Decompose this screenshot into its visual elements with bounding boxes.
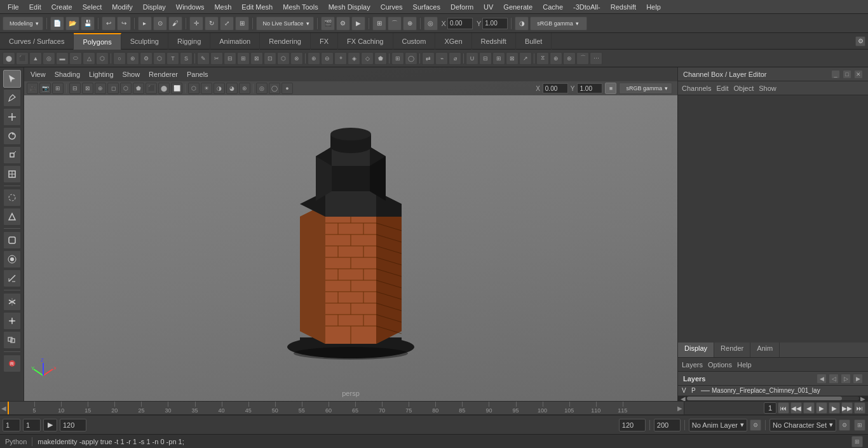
gamma-vp-dropdown[interactable]: sRGB gamma ▾ — [619, 83, 672, 94]
snap-together-icon[interactable]: ⊛ — [563, 52, 576, 65]
hide-icon[interactable]: ◯ — [269, 83, 280, 94]
timeline-row[interactable]: ◀ 51015202530354045505560657075808590951… — [0, 401, 868, 415]
vp-menu-show[interactable]: Show — [120, 71, 143, 78]
timeline-track[interactable]: 5101520253035404550556065707580859095100… — [8, 402, 676, 414]
frame-input-right[interactable]: 1 — [764, 402, 776, 414]
smooth-wire-icon[interactable]: ⬟ — [133, 83, 144, 94]
vp-menu-view[interactable]: View — [28, 71, 48, 78]
menu-help[interactable]: Help — [641, 2, 666, 12]
snap-point-btn[interactable]: ⊕ — [403, 17, 417, 31]
pb-next-key-btn[interactable]: ▶▶ — [841, 402, 853, 414]
prism-icon[interactable]: ⬡ — [96, 52, 109, 65]
texture-icon[interactable]: ⬡ — [188, 83, 200, 94]
show-link[interactable]: Show — [759, 85, 776, 92]
history-icon[interactable]: ⧖ — [536, 52, 549, 65]
tab-animation[interactable]: Animation — [210, 33, 260, 50]
smooth-shade-icon[interactable]: ⬤ — [158, 83, 170, 94]
lasso-tool-btn[interactable]: ⊙ — [153, 17, 167, 31]
playback-end-field[interactable] — [654, 419, 681, 431]
offset-edge-icon[interactable]: ⊞ — [237, 52, 250, 65]
menu-deform[interactable]: Deform — [445, 2, 478, 12]
viewport-cameras-icon[interactable]: 📷 — [39, 83, 51, 94]
char-set-dropdown[interactable]: No Character Set ▾ — [770, 419, 836, 431]
bridge-icon[interactable]: ⊠ — [250, 52, 263, 65]
ao-icon[interactable]: ◕ — [226, 83, 238, 94]
symmetry-left[interactable] — [3, 293, 21, 311]
char-set-extra-btn[interactable]: ⊞ — [854, 419, 865, 431]
scroll-left-btn[interactable]: ◀ — [679, 395, 687, 401]
scroll-track[interactable] — [687, 397, 859, 400]
layers-link[interactable]: Layers — [682, 361, 703, 369]
pivot-icon[interactable]: ⊕ — [95, 83, 106, 94]
transfer-attr-icon[interactable]: ⇄ — [422, 52, 435, 65]
isolate-icon[interactable]: ◎ — [256, 83, 268, 94]
object-link[interactable]: Object — [733, 85, 754, 92]
layer-next-btn[interactable]: ▶ — [853, 374, 863, 384]
undo-btn[interactable]: ↩ — [102, 17, 116, 31]
torus-icon[interactable]: ◎ — [43, 52, 55, 65]
live-surface-dropdown[interactable]: No Live Surface ▾ — [256, 17, 314, 31]
sphere-icon[interactable]: ⬤ — [3, 52, 15, 65]
pipe-icon[interactable]: ○ — [113, 52, 126, 65]
soft-modify-left[interactable] — [3, 189, 21, 207]
menu-edit[interactable]: Edit — [24, 2, 46, 12]
menu-redshift[interactable]: Redshift — [606, 2, 641, 12]
reduce-icon[interactable]: ◇ — [361, 52, 374, 65]
menu-curves[interactable]: Curves — [376, 2, 408, 12]
menu-file[interactable]: File — [3, 2, 24, 12]
tab-fx[interactable]: FX — [311, 33, 338, 50]
plane-icon[interactable]: ▬ — [56, 52, 69, 65]
select-tool-btn[interactable]: ▸ — [138, 17, 152, 31]
helix-icon[interactable]: ⊛ — [126, 52, 139, 65]
unhide-icon[interactable]: ● — [281, 83, 293, 94]
pyramid-icon[interactable]: △ — [83, 52, 95, 65]
open-scene-btn[interactable]: 📂 — [65, 17, 79, 31]
retopo-icon[interactable]: ⬟ — [374, 52, 387, 65]
wireframe-icon[interactable]: ⬡ — [120, 83, 132, 94]
menu-modify[interactable]: Modify — [107, 2, 137, 12]
scroll-right-btn[interactable]: ▶ — [859, 395, 867, 401]
tab-rigging[interactable]: Rigging — [168, 33, 210, 50]
anim-layer-btn[interactable]: ⚙ — [750, 419, 761, 431]
scale-left[interactable] — [3, 146, 21, 164]
anim-tab[interactable]: Anim — [750, 343, 780, 357]
move-left[interactable] — [3, 108, 21, 126]
tab-fx-caching[interactable]: FX Caching — [338, 33, 393, 50]
redo-btn[interactable]: ↪ — [117, 17, 131, 31]
vp-menu-renderer[interactable]: Renderer — [146, 71, 180, 78]
help-link[interactable]: Help — [737, 361, 752, 369]
tab-rendering[interactable]: Rendering — [260, 33, 311, 50]
rotate-tool-btn[interactable]: ↻ — [205, 17, 219, 31]
boolean-icon[interactable]: ⊗ — [290, 52, 303, 65]
layer-back-btn[interactable]: ◁ — [829, 374, 839, 384]
pb-end-btn[interactable]: ⏭ — [854, 402, 865, 414]
rotate-x-field[interactable] — [543, 83, 568, 93]
export-uvs-icon[interactable]: ↗ — [519, 52, 532, 65]
type-icon[interactable]: T — [166, 52, 179, 65]
vp-menu-shading[interactable]: Shading — [52, 71, 83, 78]
channels-link[interactable]: Channels — [682, 85, 711, 92]
layer-forward-btn[interactable]: ▷ — [841, 374, 851, 384]
disk-icon[interactable]: ⬭ — [69, 52, 82, 65]
cam-selector-icon[interactable]: 🎥 — [27, 83, 38, 94]
more-icon[interactable]: ⋯ — [590, 52, 602, 65]
tab-xgen[interactable]: XGen — [435, 33, 471, 50]
extrude-icon[interactable]: ⊡ — [264, 52, 276, 65]
bounding-box-icon[interactable]: ⬜ — [171, 83, 182, 94]
channel-box-close-btn[interactable]: ✕ — [854, 70, 863, 79]
soccer-icon[interactable]: ⬡ — [153, 52, 166, 65]
combine-icon[interactable]: ⊕ — [308, 52, 320, 65]
scroll-thumb[interactable] — [687, 397, 842, 400]
xray-icon[interactable]: ◻ — [107, 83, 119, 94]
pb-prev-frame-btn[interactable]: ◀ — [803, 402, 815, 414]
color-mode-icon[interactable]: ■ — [605, 83, 616, 94]
cone-icon[interactable]: ▲ — [29, 52, 42, 65]
uv-planar-icon[interactable]: ⊟ — [479, 52, 492, 65]
menu-windows[interactable]: Windows — [171, 2, 210, 12]
pb-start-btn[interactable]: ⏮ — [778, 402, 789, 414]
pb-next-frame-btn[interactable]: ▶ — [829, 402, 840, 414]
channel-box-min-btn[interactable]: _ — [831, 70, 840, 79]
edit-link[interactable]: Edit — [716, 85, 728, 92]
tab-curves-surfaces[interactable]: Curves / Surfaces — [0, 33, 74, 50]
menu-create[interactable]: Create — [46, 2, 78, 12]
